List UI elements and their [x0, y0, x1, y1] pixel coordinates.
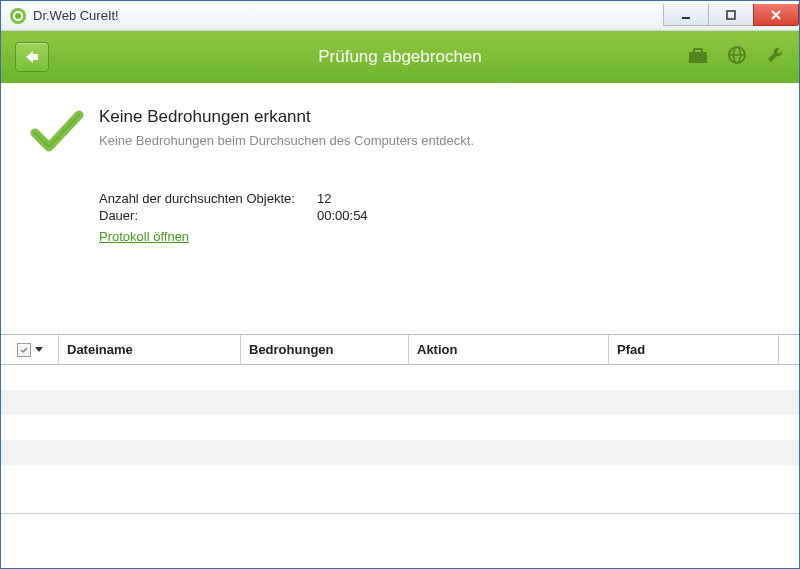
- stat-duration-label: Dauer:: [99, 208, 317, 223]
- toolbar-icons: [687, 45, 785, 69]
- window-controls: [664, 5, 799, 26]
- table-row: [1, 415, 799, 440]
- content-area: Keine Bedrohungen erkannt Keine Bedrohun…: [1, 83, 799, 254]
- protocol-link[interactable]: Protokoll öffnen: [99, 229, 189, 244]
- result-row: Keine Bedrohungen erkannt Keine Bedrohun…: [27, 107, 773, 157]
- table-row: [1, 465, 799, 490]
- app-window: Dr.Web CureIt! Prüfung abgebrochen: [0, 0, 800, 569]
- table-row: [1, 390, 799, 415]
- back-button[interactable]: [15, 42, 49, 72]
- column-filename[interactable]: Dateiname: [59, 335, 241, 364]
- toolbar: Prüfung abgebrochen: [1, 31, 799, 83]
- titlebar: Dr.Web CureIt!: [1, 1, 799, 31]
- results-table: Dateiname Bedrohungen Aktion Pfad: [1, 334, 799, 513]
- svg-rect-9: [694, 49, 702, 53]
- table-body: [1, 365, 799, 513]
- column-action[interactable]: Aktion: [409, 335, 609, 364]
- svg-marker-13: [35, 347, 43, 352]
- result-subtext: Keine Bedrohungen beim Durchsuchen des C…: [99, 133, 474, 148]
- svg-marker-7: [26, 51, 38, 63]
- header-checkbox[interactable]: [17, 343, 31, 357]
- svg-point-2: [15, 13, 21, 19]
- result-text: Keine Bedrohungen erkannt Keine Bedrohun…: [99, 107, 474, 148]
- stat-duration-value: 00:00:54: [317, 208, 368, 223]
- stat-duration: Dauer: 00:00:54: [99, 208, 773, 223]
- footer: [1, 513, 799, 547]
- briefcase-icon[interactable]: [687, 46, 709, 68]
- svg-rect-4: [727, 11, 735, 19]
- stats-block: Anzahl der durchsuchten Objekte: 12 Daue…: [99, 191, 773, 244]
- stat-objects: Anzahl der durchsuchten Objekte: 12: [99, 191, 773, 206]
- checkmark-icon: [27, 107, 87, 157]
- table-row: [1, 440, 799, 465]
- window-title: Dr.Web CureIt!: [33, 8, 119, 23]
- maximize-button[interactable]: [708, 4, 754, 26]
- minimize-button[interactable]: [663, 4, 709, 26]
- toolbar-title: Prüfung abgebrochen: [1, 47, 799, 67]
- table-header: Dateiname Bedrohungen Aktion Pfad: [1, 335, 799, 365]
- wrench-icon[interactable]: [765, 45, 785, 69]
- close-button[interactable]: [753, 4, 799, 26]
- table-row: [1, 365, 799, 390]
- dropdown-arrow-icon: [35, 347, 43, 353]
- column-threat[interactable]: Bedrohungen: [241, 335, 409, 364]
- back-arrow-icon: [23, 49, 41, 65]
- column-path[interactable]: Pfad: [609, 335, 779, 364]
- result-heading: Keine Bedrohungen erkannt: [99, 107, 474, 127]
- stat-objects-value: 12: [317, 191, 331, 206]
- app-icon: [9, 7, 27, 25]
- column-end: [779, 335, 799, 364]
- column-checkbox[interactable]: [1, 335, 59, 364]
- globe-icon[interactable]: [727, 45, 747, 69]
- stat-objects-label: Anzahl der durchsuchten Objekte:: [99, 191, 317, 206]
